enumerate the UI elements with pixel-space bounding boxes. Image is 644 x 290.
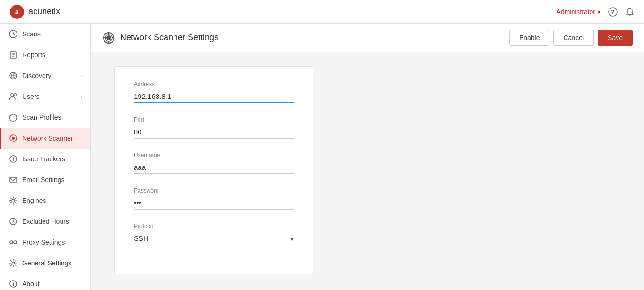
help-icon: ?	[608, 7, 618, 17]
sidebar-label-network-scanner: Network Scanner	[22, 134, 83, 142]
sidebar-item-scan-profiles[interactable]: Scan Profiles	[0, 107, 90, 128]
email-settings-icon	[9, 176, 17, 184]
page-content: Address Port Username Password	[91, 52, 644, 290]
svg-point-28	[14, 241, 17, 244]
port-input[interactable]	[134, 126, 294, 139]
svg-point-34	[106, 35, 111, 40]
password-label: Password	[134, 187, 294, 194]
svg-point-33	[13, 282, 14, 283]
address-field-group: Address	[134, 81, 294, 103]
username-field-group: Username	[134, 152, 294, 174]
sidebar-item-discovery[interactable]: Discovery ›	[0, 65, 90, 86]
engines-icon	[9, 196, 17, 205]
sidebar-label-scan-profiles: Scan Profiles	[22, 114, 83, 121]
sidebar-item-reports[interactable]: Reports	[0, 44, 90, 65]
users-chevron-icon: ›	[81, 93, 83, 100]
sidebar-label-reports: Reports	[22, 51, 83, 59]
sidebar-item-excluded-hours[interactable]: Excluded Hours	[0, 211, 90, 232]
password-input[interactable]	[134, 197, 294, 210]
svg-point-27	[10, 241, 13, 244]
sidebar-label-email-settings: Email Settings	[22, 176, 83, 184]
bell-icon	[625, 7, 635, 17]
page-header: Network Scanner Settings Enable Cancel S…	[91, 24, 644, 52]
about-icon	[9, 280, 17, 288]
admin-label: Administrator	[557, 8, 595, 16]
sidebar-label-proxy-settings: Proxy Settings	[22, 238, 83, 246]
sidebar: Scans Reports Discovery › Users ›	[0, 24, 91, 290]
sidebar-item-users[interactable]: Users ›	[0, 86, 90, 107]
admin-button[interactable]: Administrator ▾	[557, 8, 600, 16]
sidebar-label-users: Users	[22, 93, 76, 100]
main-content: Network Scanner Settings Enable Cancel S…	[91, 24, 644, 290]
enable-button[interactable]: Enable	[509, 30, 550, 46]
topbar-right: Administrator ▾ ?	[557, 7, 635, 17]
address-label: Address	[134, 81, 294, 88]
general-settings-icon	[9, 259, 17, 267]
network-scanner-icon	[9, 134, 17, 142]
logo-icon: a	[9, 4, 25, 19]
svg-point-30	[12, 262, 15, 264]
sidebar-label-engines: Engines	[22, 197, 83, 204]
logo: a acunetix	[9, 4, 60, 19]
issue-trackers-icon	[9, 155, 17, 163]
layout: Scans Reports Discovery › Users ›	[0, 24, 644, 290]
svg-point-21	[13, 160, 14, 161]
sidebar-item-network-scanner[interactable]: Network Scanner	[0, 128, 90, 149]
sidebar-item-about[interactable]: About	[0, 273, 90, 290]
sidebar-item-general-settings[interactable]: General Settings	[0, 253, 90, 273]
port-label: Port	[134, 116, 294, 123]
protocol-select-wrapper: SSH HTTP HTTPS SOCKS4 SOCKS5 ▾	[134, 232, 294, 246]
scan-profiles-icon	[9, 113, 17, 122]
users-icon	[9, 92, 17, 101]
protocol-select[interactable]: SSH HTTP HTTPS SOCKS4 SOCKS5	[134, 232, 294, 244]
cancel-button[interactable]: Cancel	[553, 30, 594, 46]
sidebar-label-about: About	[22, 280, 83, 288]
svg-line-26	[13, 221, 15, 222]
protocol-field-group: Protocol SSH HTTP HTTPS SOCKS4 SOCKS5 ▾	[134, 223, 294, 246]
sidebar-label-excluded-hours: Excluded Hours	[22, 218, 83, 225]
port-field-group: Port	[134, 116, 294, 139]
reports-icon	[9, 51, 17, 59]
sidebar-item-issue-trackers[interactable]: Issue Trackers	[0, 149, 90, 169]
header-actions: Enable Cancel Save	[509, 30, 633, 46]
sidebar-label-scans: Scans	[22, 30, 83, 38]
chevron-down-icon: ▾	[597, 8, 600, 16]
topbar: a acunetix Administrator ▾ ?	[0, 0, 644, 24]
notifications-button[interactable]	[625, 7, 635, 17]
svg-text:a: a	[15, 8, 19, 16]
discovery-chevron-icon: ›	[81, 72, 83, 79]
username-label: Username	[134, 152, 294, 158]
page-title: Network Scanner Settings	[120, 33, 218, 43]
sidebar-label-general-settings: General Settings	[22, 259, 83, 267]
address-input[interactable]	[134, 90, 294, 103]
svg-point-23	[12, 199, 15, 202]
page-title-area: Network Scanner Settings	[102, 31, 218, 44]
svg-text:?: ?	[611, 9, 615, 16]
help-button[interactable]: ?	[608, 7, 618, 17]
proxy-settings-icon	[9, 238, 17, 246]
password-field-group: Password	[134, 187, 294, 210]
scans-icon	[9, 30, 17, 38]
sidebar-label-issue-trackers: Issue Trackers	[22, 155, 83, 163]
svg-rect-22	[10, 177, 17, 182]
discovery-icon	[9, 71, 17, 80]
protocol-label: Protocol	[134, 223, 294, 229]
sidebar-item-engines[interactable]: Engines	[0, 190, 90, 211]
sidebar-item-proxy-settings[interactable]: Proxy Settings	[0, 232, 90, 253]
settings-form: Address Port Username Password	[114, 66, 313, 274]
svg-point-15	[11, 94, 14, 97]
sidebar-label-discovery: Discovery	[22, 72, 76, 79]
save-button[interactable]: Save	[598, 30, 633, 46]
svg-point-17	[12, 137, 15, 140]
excluded-hours-icon	[9, 217, 17, 226]
logo-text: acunetix	[28, 7, 60, 17]
page-title-icon	[102, 31, 115, 44]
username-input[interactable]	[134, 161, 294, 174]
svg-point-16	[14, 94, 17, 96]
sidebar-item-email-settings[interactable]: Email Settings	[0, 169, 90, 190]
sidebar-item-scans[interactable]: Scans	[0, 24, 90, 44]
